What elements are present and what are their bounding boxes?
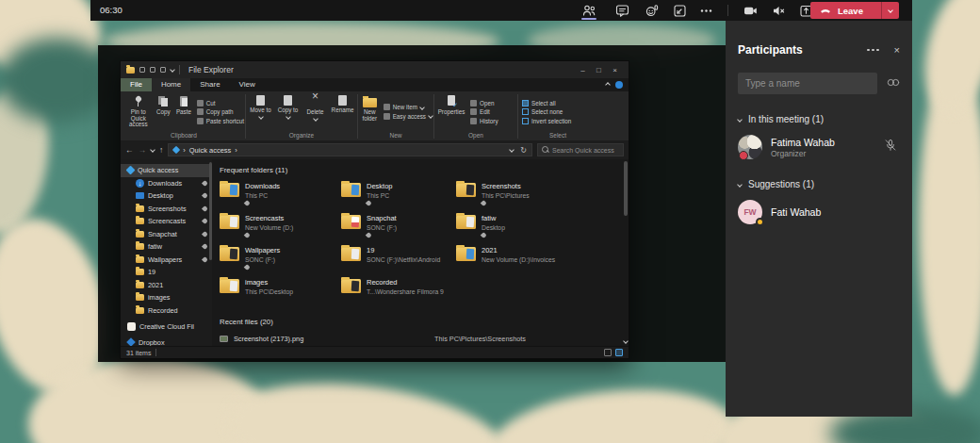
tile-downloads[interactable]: DownloadsThis PC <box>220 181 341 213</box>
panel-more-icon[interactable] <box>863 45 883 56</box>
sidebar-item-images[interactable]: images <box>121 291 212 304</box>
recent-locations-chevron-icon[interactable] <box>150 147 155 153</box>
panel-close-icon[interactable]: × <box>894 44 900 56</box>
scroll-down-icon[interactable] <box>623 338 629 344</box>
details-view-icon[interactable] <box>604 349 612 356</box>
explorer-search-input[interactable] <box>552 147 619 154</box>
tab-file[interactable]: File <box>121 78 152 91</box>
tab-share[interactable]: Share <box>190 78 229 91</box>
select-none-button[interactable]: Select none <box>522 108 571 115</box>
delete-button[interactable]: Delete <box>302 92 329 131</box>
copy-path-button[interactable]: Copy path <box>197 108 244 115</box>
explorer-titlebar[interactable]: File Explorer – □ × <box>121 61 629 78</box>
frequent-folders-header[interactable]: Frequent folders (11) <box>220 166 619 174</box>
tab-view[interactable]: View <box>230 78 265 91</box>
help-icon[interactable] <box>615 81 623 89</box>
tile-name: Recorded <box>367 278 444 287</box>
sidebar-item-19[interactable]: 19 <box>121 266 212 279</box>
tile-snapchat[interactable]: SnapchatSONC (F:) <box>341 213 456 245</box>
tab-home[interactable]: Home <box>152 78 190 91</box>
refresh-icon[interactable]: ↻ <box>520 146 527 155</box>
collapse-ribbon-chevron-icon[interactable] <box>605 82 611 88</box>
file-explorer-window: File Explorer – □ × File Home Share View <box>120 60 629 359</box>
sidebar-item-screenshots[interactable]: Screenshots <box>121 203 212 216</box>
participants-icon[interactable] <box>581 3 596 18</box>
camera-icon[interactable] <box>743 3 758 18</box>
sidebar-item-2021[interactable]: 2021 <box>121 279 212 292</box>
breadcrumb[interactable]: › Quick access › ↻ <box>168 143 532 156</box>
tile-screencasts[interactable]: ScreencastsNew Volume (D:) <box>220 213 341 245</box>
participant-name: Fatima Wahab <box>771 137 835 148</box>
thumbnails-view-icon[interactable] <box>615 349 623 356</box>
sidebar-label: Recorded <box>148 306 178 315</box>
select-all-button[interactable]: Select all <box>522 100 571 107</box>
history-button[interactable]: History <box>470 118 498 124</box>
share-invite-link-icon[interactable] <box>886 75 901 92</box>
sidebar-item-quick-access[interactable]: Quick access <box>121 164 212 177</box>
recent-files-header[interactable]: Recent files (20) <box>220 318 619 326</box>
chat-icon[interactable] <box>614 3 629 18</box>
paste-shortcut-button[interactable]: Paste shortcut <box>197 118 244 124</box>
close-button[interactable]: × <box>607 66 623 74</box>
participant-row[interactable]: Fatima Wahab Organizer <box>738 135 900 159</box>
in-this-meeting-section[interactable]: In this meeting (1) <box>738 114 900 124</box>
tile-recorded[interactable]: RecordedT...\Wondershare Filmora 9 <box>341 277 456 309</box>
up-icon[interactable]: ↑ <box>159 145 163 155</box>
rename-button[interactable]: Rename <box>330 92 356 131</box>
sidebar-item-downloads[interactable]: ↓Downloads <box>121 177 212 190</box>
breadcrumb-root[interactable]: Quick access <box>189 146 232 155</box>
tile-images[interactable]: imagesThis PC\Desktop <box>220 277 341 309</box>
properties-button[interactable]: Properties <box>435 92 467 131</box>
sidebar-item-snapchat[interactable]: Snapchat <box>121 228 212 241</box>
easy-access-button[interactable]: Easy access <box>384 113 433 120</box>
tile-desktop[interactable]: DesktopThis PC <box>341 181 456 213</box>
move-to-button[interactable]: Move to <box>248 92 274 131</box>
pin-icon <box>202 180 208 187</box>
pin-icon <box>202 231 208 238</box>
copy-button[interactable]: Copy <box>154 92 174 131</box>
tile-fatiw[interactable]: fatiwDesktop <box>456 213 619 245</box>
qat-properties-icon[interactable] <box>150 67 155 73</box>
explorer-search-box[interactable] <box>537 143 624 156</box>
suggestion-row[interactable]: FW Fati Wahab <box>738 200 900 224</box>
invert-selection-button[interactable]: Invert selection <box>522 118 571 124</box>
qat-new-folder-icon[interactable] <box>160 67 166 73</box>
qat-customize-chevron-icon[interactable] <box>170 67 175 73</box>
recent-file-row[interactable]: Screenshot (2173).png This PC\Pictures\S… <box>220 333 619 345</box>
leave-button[interactable]: Leave <box>810 2 899 19</box>
sidebar-item-recorded[interactable]: Recorded <box>121 304 212 318</box>
sidebar-item-wallpapers[interactable]: Wallpapers <box>121 254 212 267</box>
address-dropdown-chevron-icon[interactable] <box>509 147 514 153</box>
tile-2021[interactable]: 2021New Volume (D:)\Invoices <box>456 245 619 277</box>
tile-wallpapers[interactable]: WallpapersSONC (F:) <box>220 245 341 277</box>
forward-icon[interactable]: → <box>139 145 147 155</box>
sidebar-item-desktop[interactable]: Desktop <box>121 189 212 203</box>
tile-name: 19 <box>367 246 440 254</box>
pin-to-quick-access-button[interactable]: Pin to Quick access <box>123 92 154 131</box>
sidebar-item-screencasts[interactable]: Screencasts <box>121 215 212 228</box>
new-folder-button[interactable]: New folder <box>359 92 381 131</box>
tile-19[interactable]: 19SONC (F:)\Netflix\Android <box>341 245 456 277</box>
qat-computer-icon[interactable] <box>139 67 145 73</box>
sidebar-item-creative-cloud[interactable]: Creative Cloud Fil <box>121 320 212 334</box>
edit-button[interactable]: Edit <box>470 108 498 115</box>
tile-screenshots[interactable]: ScreenshotsThis PC\Pictures <box>456 181 619 213</box>
new-item-button[interactable]: New item <box>384 104 433 110</box>
participant-search-input[interactable] <box>738 73 877 94</box>
copy-to-button[interactable]: Copy to <box>275 92 302 131</box>
suggestions-section[interactable]: Suggestions (1) <box>738 179 900 189</box>
open-button[interactable]: Open <box>470 100 498 107</box>
paste-button[interactable]: Paste <box>173 92 194 131</box>
folder-icon <box>136 205 144 212</box>
breakout-rooms-icon[interactable] <box>672 3 687 18</box>
back-icon[interactable]: ← <box>125 145 134 155</box>
cut-button[interactable]: Cut <box>197 100 244 107</box>
sidebar-item-fatiw[interactable]: fatiw <box>121 240 212 254</box>
more-options-icon[interactable] <box>698 3 713 18</box>
minimize-button[interactable]: – <box>575 66 591 74</box>
reactions-icon[interactable] <box>644 3 659 18</box>
content-scrollbar[interactable] <box>624 161 628 344</box>
leave-options-chevron-icon[interactable] <box>882 8 899 12</box>
speaker-muted-icon[interactable] <box>771 3 786 18</box>
maximize-button[interactable]: □ <box>591 66 607 74</box>
